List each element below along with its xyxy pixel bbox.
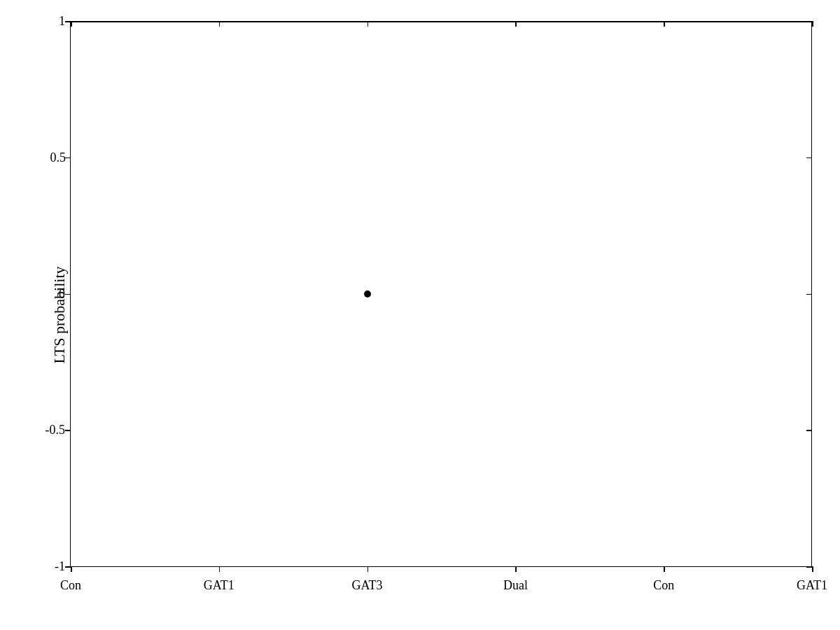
y-tick-05 bbox=[65, 158, 71, 159]
x-label-con1: Con bbox=[60, 578, 81, 593]
x-label-gat1-1: GAT1 bbox=[204, 578, 234, 593]
y-label-n1: -1 bbox=[40, 559, 65, 574]
y-tick-1 bbox=[65, 21, 71, 22]
y-tick-0 bbox=[65, 294, 71, 295]
x-label-gat3: GAT3 bbox=[352, 578, 383, 593]
data-point-gat3 bbox=[364, 290, 371, 298]
top-border bbox=[71, 21, 812, 22]
x-tick-top-con2 bbox=[664, 21, 665, 27]
y-axis-label: LTS probability bbox=[50, 266, 69, 363]
y-tick-right-n05 bbox=[806, 430, 812, 431]
chart-container: LTS probability 1 0.5 0 -0.5 -1 Con bbox=[0, 0, 840, 630]
x-tick-gat3 bbox=[368, 566, 369, 572]
y-tick-right-0 bbox=[806, 294, 812, 295]
x-tick-top-con1 bbox=[71, 21, 72, 27]
x-tick-con2 bbox=[664, 566, 665, 572]
y-label-05: 0.5 bbox=[32, 150, 66, 164]
x-tick-gat1-2 bbox=[812, 566, 813, 572]
y-label-n05: -0.5 bbox=[30, 423, 65, 438]
x-tick-top-gat1-2 bbox=[812, 21, 813, 27]
x-tick-con1 bbox=[71, 566, 72, 572]
y-tick-n1 bbox=[65, 566, 71, 568]
y-tick-right-n1 bbox=[806, 566, 812, 568]
x-tick-gat1-1 bbox=[219, 566, 220, 572]
x-tick-top-gat3 bbox=[368, 21, 369, 27]
x-tick-top-dual bbox=[515, 21, 517, 27]
x-label-dual: Dual bbox=[503, 578, 528, 593]
y-tick-n05 bbox=[65, 430, 71, 431]
y-label-0: 0 bbox=[46, 286, 65, 301]
x-tick-top-gat1-1 bbox=[219, 21, 220, 27]
y-label-1: 1 bbox=[36, 14, 65, 29]
x-tick-dual bbox=[515, 566, 517, 572]
x-label-gat1-2: GAT1 bbox=[797, 578, 827, 593]
y-tick-right-05 bbox=[806, 158, 812, 159]
x-label-con2: Con bbox=[653, 578, 674, 593]
chart-area: 1 0.5 0 -0.5 -1 Con GAT1 GAT3 Dual bbox=[70, 21, 812, 567]
y-tick-right-1 bbox=[806, 21, 812, 22]
